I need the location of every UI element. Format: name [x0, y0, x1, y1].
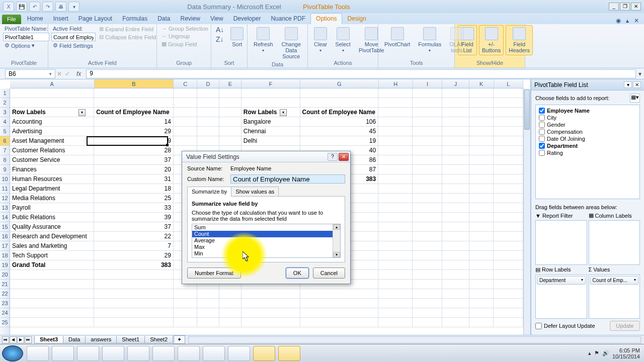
cell[interactable]: [197, 289, 219, 298]
cell[interactable]: Count of Employee Name: [94, 108, 174, 117]
cell[interactable]: Sales and Marketing: [10, 241, 94, 250]
pivottable-options-button[interactable]: ⚙ Options ▾: [3, 42, 49, 49]
expand-formula-bar[interactable]: ▾: [636, 70, 644, 77]
cell[interactable]: [442, 108, 469, 117]
cell[interactable]: [413, 98, 442, 107]
cell[interactable]: [413, 165, 442, 174]
col-header-B[interactable]: B: [95, 79, 174, 88]
fx-icon[interactable]: fx: [76, 70, 81, 77]
cancel-button[interactable]: Cancel: [313, 267, 345, 279]
field-checkbox[interactable]: [539, 122, 545, 128]
cell[interactable]: Asset Management: [10, 136, 94, 145]
cell[interactable]: [413, 174, 442, 184]
cell[interactable]: [242, 308, 300, 317]
col-header-L[interactable]: L: [494, 79, 523, 88]
ribbon-tab-home[interactable]: Home: [22, 14, 48, 24]
cell[interactable]: Delhi: [242, 136, 300, 145]
calc-option-count[interactable]: Count: [192, 231, 333, 237]
taskbar-word[interactable]: [178, 346, 200, 361]
cell[interactable]: [413, 155, 442, 164]
col-header-K[interactable]: K: [469, 79, 494, 88]
cell[interactable]: [219, 117, 242, 126]
ribbon-tab-options[interactable]: Options: [310, 13, 342, 24]
field-checkbox[interactable]: [539, 150, 545, 156]
field-list-close-icon[interactable]: ✕: [633, 81, 641, 88]
cell[interactable]: [413, 270, 442, 279]
listbox-scrollbar[interactable]: ▴▾: [333, 224, 340, 257]
cell[interactable]: [413, 194, 442, 203]
cell[interactable]: [469, 194, 494, 203]
cell[interactable]: [442, 270, 469, 279]
cell[interactable]: [469, 184, 494, 193]
cell[interactable]: [197, 308, 219, 317]
field-rating[interactable]: Rating: [538, 149, 637, 156]
cell[interactable]: [219, 136, 242, 145]
row-header-5[interactable]: 5: [0, 127, 10, 136]
field-checkbox[interactable]: [539, 115, 545, 121]
row-header-20[interactable]: 20: [0, 270, 10, 280]
tab-nav-last[interactable]: ⏭: [25, 336, 32, 343]
filter-dropdown-pt2[interactable]: ▾: [280, 109, 287, 116]
cell[interactable]: 31: [94, 174, 174, 184]
cell[interactable]: [413, 289, 442, 298]
cell[interactable]: [494, 155, 523, 164]
cell[interactable]: [469, 213, 494, 222]
cell[interactable]: [378, 155, 413, 164]
cell[interactable]: [413, 299, 442, 308]
cell[interactable]: [378, 289, 413, 298]
cell[interactable]: [174, 108, 197, 117]
cell[interactable]: [378, 108, 413, 117]
row-header-4[interactable]: 4: [0, 117, 10, 127]
cell[interactable]: Grand Total: [10, 260, 94, 269]
cell[interactable]: Legal Department: [10, 184, 94, 193]
cell[interactable]: 19: [300, 136, 379, 145]
cell[interactable]: [494, 213, 523, 222]
cell[interactable]: [378, 260, 413, 269]
row-header-19[interactable]: 19: [0, 260, 10, 270]
cell[interactable]: [469, 270, 494, 279]
restore-button[interactable]: ❐: [620, 3, 630, 11]
cell[interactable]: Customer Service: [10, 155, 94, 164]
cell[interactable]: [442, 289, 469, 298]
cell[interactable]: [242, 318, 300, 327]
calc-option-average[interactable]: Average: [192, 237, 333, 244]
cell[interactable]: [494, 232, 523, 241]
start-button[interactable]: [2, 345, 23, 361]
cell[interactable]: 29: [94, 127, 174, 136]
update-button[interactable]: Update: [610, 321, 640, 331]
table-row[interactable]: Advertising29Chennai45: [10, 127, 523, 136]
col-header-C[interactable]: C: [174, 79, 197, 88]
cell[interactable]: [197, 127, 219, 136]
cell[interactable]: [413, 222, 442, 231]
cell[interactable]: [494, 260, 523, 269]
row-field-department[interactable]: Department: [537, 276, 586, 285]
cell[interactable]: [442, 184, 469, 193]
row-header-21[interactable]: 21: [0, 280, 10, 289]
cell[interactable]: [174, 127, 197, 136]
dialog-help-button[interactable]: ?: [328, 153, 338, 161]
print-icon[interactable]: 🖶: [55, 2, 66, 12]
cell[interactable]: [442, 136, 469, 145]
table-row[interactable]: [10, 88, 523, 98]
cell[interactable]: [469, 299, 494, 308]
cell[interactable]: [197, 117, 219, 126]
cell[interactable]: [378, 270, 413, 279]
row-header-7[interactable]: 7: [0, 146, 10, 155]
taskbar-ie[interactable]: [27, 346, 49, 361]
table-row[interactable]: [10, 98, 523, 108]
qat-customize-icon[interactable]: ▾: [68, 2, 79, 12]
cell[interactable]: [378, 165, 413, 174]
column-labels-dropzone[interactable]: [589, 220, 640, 265]
cell[interactable]: [242, 299, 300, 308]
cell[interactable]: [413, 146, 442, 155]
group-field-button[interactable]: ▦ Group Field: [160, 40, 210, 48]
row-header-10[interactable]: 10: [0, 174, 10, 184]
row-header-1[interactable]: 1: [0, 88, 10, 98]
cell[interactable]: [197, 88, 219, 98]
sheet-tab-answers[interactable]: answers: [85, 336, 117, 343]
cell[interactable]: [469, 289, 494, 298]
cell[interactable]: [10, 289, 94, 298]
col-header-A[interactable]: A: [10, 79, 95, 88]
cell[interactable]: [10, 270, 94, 279]
cell[interactable]: Chennai: [242, 127, 300, 136]
